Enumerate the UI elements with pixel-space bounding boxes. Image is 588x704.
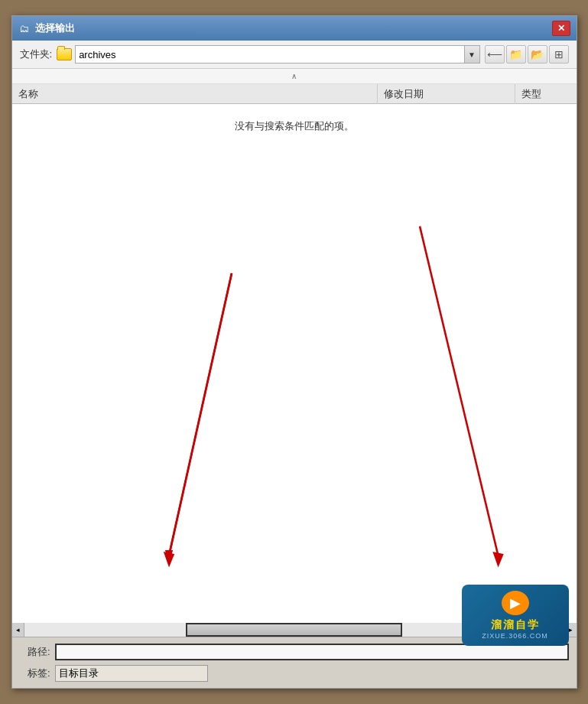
annotation-arrows [12, 104, 577, 623]
col-header-type[interactable]: 类型 [515, 84, 577, 104]
path-row: 路径: [20, 644, 569, 660]
tags-field[interactable] [55, 665, 208, 682]
toolbar: 文件夹: ▼ ⟵ 📁 📂 ⊞ [12, 41, 577, 69]
path-label: 路径: [20, 645, 50, 659]
watermark-badge: ▶ 溜溜自学 ZIXUE.3066.COM [462, 585, 569, 646]
nav-new-folder-button[interactable]: 📂 [528, 45, 547, 64]
close-button[interactable]: ✕ [552, 21, 570, 36]
dialog-window: 🗂 选择输出 ✕ 文件夹: ▼ ⟵ 📁 📂 ⊞ ∧ 名称 修改日期 类型 没有与… [11, 15, 577, 689]
watermark-site: 溜溜自学 [491, 618, 540, 632]
path-input[interactable] [75, 45, 464, 64]
nav-back-button[interactable]: ⟵ [485, 45, 505, 64]
up-arrow-row[interactable]: ∧ [12, 69, 577, 84]
nav-folder-button[interactable]: 📁 [506, 45, 526, 64]
scrollbar-thumb[interactable] [186, 623, 401, 637]
col-header-name[interactable]: 名称 [12, 84, 378, 104]
col-header-date[interactable]: 修改日期 [378, 84, 515, 104]
column-headers: 名称 修改日期 类型 [12, 84, 577, 104]
svg-line-4 [420, 227, 499, 556]
title-text: 选择输出 [35, 21, 552, 35]
path-field[interactable] [55, 644, 569, 660]
watermark-url: ZIXUE.3066.COM [482, 632, 548, 640]
svg-marker-3 [163, 552, 174, 568]
scrollbar-left-button[interactable]: ◂ [12, 623, 24, 637]
title-bar: 🗂 选择输出 ✕ [12, 16, 577, 41]
watermark-logo-icon: ▶ [502, 591, 529, 615]
tags-row: 标签: [20, 665, 569, 682]
nav-view-button[interactable]: ⊞ [549, 45, 569, 64]
nav-icons: ⟵ 📁 📂 ⊞ [485, 45, 569, 64]
title-icon: 🗂 [18, 22, 31, 34]
svg-line-2 [169, 273, 232, 556]
folder-path-wrapper: ▼ [57, 45, 479, 64]
tags-label: 标签: [20, 667, 50, 680]
svg-line-0 [169, 273, 232, 556]
up-arrow-icon: ∧ [291, 72, 297, 80]
path-dropdown[interactable]: ▼ [465, 45, 480, 64]
svg-marker-5 [492, 552, 503, 568]
folder-icon [57, 48, 72, 60]
folder-label: 文件夹: [20, 47, 53, 61]
no-items-message: 没有与搜索条件匹配的项。 [12, 104, 577, 148]
svg-marker-1 [164, 550, 172, 563]
file-list: 没有与搜索条件匹配的项。 [12, 104, 577, 623]
